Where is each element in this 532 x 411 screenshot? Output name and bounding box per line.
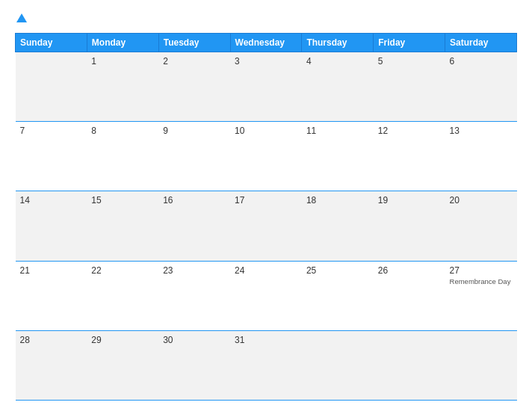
calendar-cell: 27Remembrance Day: [445, 261, 517, 330]
week-row-2: 78910111213: [16, 122, 517, 191]
header: [15, 13, 517, 24]
calendar-cell: 13: [445, 122, 517, 191]
week-row-3: 14151617181920: [16, 191, 517, 261]
calendar-cell: 24: [230, 261, 302, 330]
calendar-cell: 30: [158, 330, 230, 400]
calendar-cell: 19: [374, 191, 445, 261]
calendar-cell: 1: [87, 52, 158, 122]
calendar-cell: 26: [374, 261, 445, 330]
day-number: 31: [235, 335, 297, 345]
day-number: 22: [91, 265, 154, 276]
calendar-cell: 7: [16, 122, 87, 191]
day-number: 26: [378, 265, 441, 276]
day-header-wednesday: Wednesday: [230, 34, 302, 52]
day-header-saturday: Saturday: [445, 34, 517, 52]
calendar-page: SundayMondayTuesdayWednesdayThursdayFrid…: [0, 0, 532, 411]
day-number: 8: [91, 126, 154, 136]
calendar-cell: 31: [230, 330, 302, 400]
calendar-cell: 3: [230, 52, 302, 122]
calendar-cell: 16: [158, 191, 230, 261]
calendar-cell: 5: [374, 52, 445, 122]
day-number: 23: [163, 265, 226, 276]
day-number: 19: [378, 195, 441, 206]
week-row-1: 123456: [16, 52, 517, 122]
calendar-cell: 22: [87, 261, 158, 330]
calendar-cell: 29: [87, 330, 158, 400]
day-number: 21: [20, 265, 83, 276]
day-number: 14: [20, 195, 83, 206]
day-header-tuesday: Tuesday: [158, 34, 230, 52]
day-header-monday: Monday: [87, 34, 158, 52]
day-number: 13: [450, 126, 513, 136]
calendar-cell: 25: [302, 261, 374, 330]
week-row-4: 21222324252627Remembrance Day: [16, 261, 517, 330]
calendar-cell: 15: [87, 191, 158, 261]
day-number: 7: [20, 126, 83, 136]
day-number: 18: [306, 195, 369, 206]
calendar-cell: 14: [16, 191, 87, 261]
calendar-cell: 8: [87, 122, 158, 191]
calendar-cell: 17: [230, 191, 302, 261]
day-number: 25: [306, 265, 369, 276]
calendar-cell: 9: [158, 122, 230, 191]
calendar-cell: 4: [302, 52, 374, 122]
day-number: 12: [378, 126, 441, 136]
day-number: 29: [91, 335, 154, 345]
day-header-friday: Friday: [374, 34, 445, 52]
calendar-cell: 23: [158, 261, 230, 330]
calendar-cell: 6: [445, 52, 517, 122]
day-number: 10: [235, 126, 297, 136]
day-number: 9: [163, 126, 226, 136]
calendar-cell: 20: [445, 191, 517, 261]
calendar-cell: [16, 52, 87, 122]
day-number: 17: [235, 195, 297, 206]
day-number: 1: [91, 56, 154, 67]
logo: [15, 13, 27, 24]
calendar-cell: 2: [158, 52, 230, 122]
day-number: 6: [450, 56, 513, 67]
calendar-cell: 21: [16, 261, 87, 330]
day-number: 20: [450, 195, 513, 206]
calendar-cell: 12: [374, 122, 445, 191]
day-header-thursday: Thursday: [302, 34, 374, 52]
logo-triangle-icon: [16, 13, 27, 22]
day-number: 5: [378, 56, 441, 67]
day-number: 28: [20, 335, 83, 345]
week-row-5: 28293031: [16, 330, 517, 400]
day-number: 3: [235, 56, 297, 67]
calendar-cell: 10: [230, 122, 302, 191]
days-header-row: SundayMondayTuesdayWednesdayThursdayFrid…: [16, 34, 517, 52]
day-number: 2: [163, 56, 226, 67]
calendar-cell: [374, 330, 445, 400]
calendar-cell: 11: [302, 122, 374, 191]
day-number: 24: [235, 265, 297, 276]
day-number: 30: [163, 335, 226, 345]
event-label: Remembrance Day: [450, 277, 513, 285]
calendar-cell: 28: [16, 330, 87, 400]
day-number: 11: [306, 126, 369, 136]
day-number: 16: [163, 195, 226, 206]
day-number: 27: [450, 265, 513, 276]
day-header-sunday: Sunday: [16, 34, 87, 52]
calendar-cell: [302, 330, 374, 400]
day-number: 15: [91, 195, 154, 206]
day-number: 4: [306, 56, 369, 67]
calendar-cell: 18: [302, 191, 374, 261]
calendar-cell: [445, 330, 517, 400]
calendar-table: SundayMondayTuesdayWednesdayThursdayFrid…: [15, 33, 517, 401]
